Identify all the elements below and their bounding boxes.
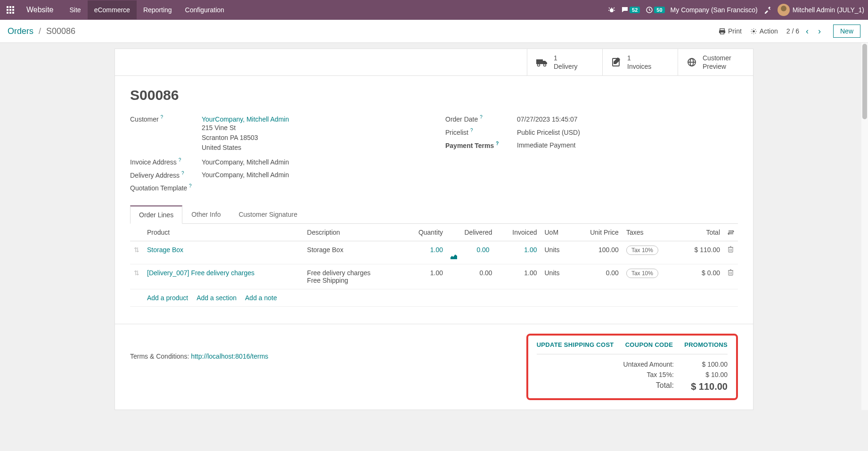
help-icon[interactable]: ? [189, 183, 192, 189]
svg-point-19 [753, 30, 755, 33]
svg-rect-16 [720, 28, 724, 30]
svg-point-22 [544, 64, 546, 66]
help-icon[interactable]: ? [480, 115, 483, 120]
column-header[interactable]: Quantity [402, 224, 447, 241]
help-icon[interactable]: ? [161, 115, 164, 120]
svg-rect-3 [7, 9, 8, 11]
clock-icon[interactable]: 50 [646, 6, 664, 14]
add-section-link[interactable]: Add a section [197, 294, 237, 302]
invoice-address-value[interactable]: YourCompany, Mitchell Admin [202, 158, 289, 166]
column-header[interactable]: Delivered [447, 224, 496, 241]
order-lines-table: ProductDescriptionQuantityDeliveredInvoi… [130, 224, 738, 307]
unit-price-cell[interactable]: 100.00 [572, 241, 622, 264]
product-link[interactable]: Storage Box [147, 246, 183, 254]
bug-icon[interactable] [608, 6, 615, 14]
customer-address: 215 Vine StScranton PA 18503United State… [202, 123, 289, 153]
avatar-icon [778, 4, 790, 16]
tabs: Order LinesOther InfoCustomer Signature [130, 205, 738, 224]
table-row[interactable]: ⇅Storage BoxStorage Box1.000.00 1.00Unit… [130, 241, 738, 264]
delivered-cell[interactable]: 0.00 [447, 241, 496, 264]
chart-icon[interactable] [450, 254, 492, 259]
svg-rect-18 [721, 32, 724, 34]
stat-button-invoices[interactable]: 1Invoices [602, 49, 678, 75]
column-header[interactable]: Product [143, 224, 303, 241]
chat-icon[interactable]: 52 [621, 6, 640, 14]
add-note-link[interactable]: Add a note [245, 294, 277, 302]
help-icon[interactable]: ? [179, 157, 181, 163]
taxes-cell[interactable]: Tax 10% [622, 241, 678, 264]
delivery-address-value[interactable]: YourCompany, Mitchell Admin [202, 171, 289, 179]
totals-action-update-shipping-cost[interactable]: UPDATE SHIPPING COST [537, 341, 614, 348]
payment-terms-value[interactable]: Immediate Payment [517, 141, 576, 149]
totals-action-coupon-code[interactable]: COUPON CODE [625, 341, 673, 348]
quantity-cell[interactable]: 1.00 [402, 264, 447, 289]
new-button[interactable]: New [833, 25, 860, 38]
trash-icon[interactable] [728, 269, 734, 276]
breadcrumb-bar: Orders / S00086 Print Action 2 / 6 ‹ › N… [0, 20, 868, 43]
column-header[interactable]: UoM [540, 224, 572, 241]
total-value: $ 110.00 [685, 381, 728, 392]
order-title: S00086 [130, 87, 738, 103]
company-selector[interactable]: My Company (San Francisco) [671, 6, 758, 14]
column-header[interactable]: Total [678, 224, 724, 241]
svg-rect-5 [12, 9, 14, 11]
description-cell[interactable]: Free delivery chargesFree Shipping [303, 264, 402, 289]
apps-icon[interactable] [4, 3, 17, 16]
description-cell[interactable]: Storage Box [303, 241, 402, 264]
delivered-cell[interactable]: 0.00 [447, 264, 496, 289]
table-row[interactable]: ⇅[Delivery_007] Free delivery chargesFre… [130, 264, 738, 289]
order-date-value[interactable]: 07/27/2023 15:45:07 [517, 115, 577, 123]
delivery-address-label: Delivery Address ? [130, 171, 202, 179]
totals-action-promotions[interactable]: PROMOTIONS [684, 341, 728, 348]
invoiced-cell[interactable]: 1.00 [496, 264, 541, 289]
unit-price-cell[interactable]: 0.00 [572, 264, 622, 289]
app-title[interactable]: Website [19, 6, 61, 14]
svg-rect-7 [9, 12, 11, 14]
tab-customer-signature[interactable]: Customer Signature [229, 205, 306, 224]
uom-cell[interactable]: Units [540, 241, 572, 264]
user-menu[interactable]: Mitchell Admin (JULY_1) [778, 4, 864, 16]
breadcrumb-parent[interactable]: Orders [8, 26, 33, 36]
column-header[interactable]: Description [303, 224, 402, 241]
action-button[interactable]: Action [750, 27, 778, 35]
nav-item-reporting[interactable]: Reporting [137, 0, 179, 19]
pager-prev-icon[interactable]: ‹ [802, 26, 812, 36]
column-header[interactable]: Unit Price [572, 224, 622, 241]
form-sheet: 1Delivery1InvoicesCustomerPreview S00086… [115, 49, 753, 410]
print-button[interactable]: Print [719, 27, 742, 35]
help-icon[interactable]: ? [496, 141, 499, 146]
truck-icon [536, 57, 548, 67]
pager-next-icon[interactable]: › [814, 26, 825, 36]
column-header[interactable]: Invoiced [496, 224, 541, 241]
svg-rect-4 [9, 9, 11, 11]
nav-menu: SiteeCommerceReportingConfiguration [63, 0, 231, 19]
chat-badge: 52 [630, 7, 640, 13]
svg-rect-20 [536, 59, 543, 64]
terms-link[interactable]: http://localhost:8016/terms [191, 353, 268, 360]
column-options-icon[interactable] [728, 229, 734, 236]
tab-order-lines[interactable]: Order Lines [130, 205, 182, 224]
help-icon[interactable]: ? [470, 128, 473, 133]
nav-item-site[interactable]: Site [63, 0, 88, 19]
help-icon[interactable]: ? [181, 171, 184, 176]
nav-item-ecommerce[interactable]: eCommerce [88, 0, 137, 19]
svg-rect-8 [12, 12, 14, 14]
column-header[interactable]: Taxes [622, 224, 678, 241]
uom-cell[interactable]: Units [540, 264, 572, 289]
pricelist-value[interactable]: Public Pricelist (USD) [517, 129, 580, 136]
quantity-cell[interactable]: 1.00 [402, 241, 447, 264]
taxes-cell[interactable]: Tax 10% [622, 264, 678, 289]
scrollbar[interactable] [861, 43, 868, 410]
tools-icon[interactable] [763, 6, 772, 14]
add-product-link[interactable]: Add a product [147, 294, 188, 302]
drag-handle-icon[interactable]: ⇅ [130, 241, 143, 264]
invoiced-cell[interactable]: 1.00 [496, 241, 541, 264]
stat-button-delivery[interactable]: 1Delivery [527, 49, 602, 75]
stat-button-customer[interactable]: CustomerPreview [678, 49, 753, 75]
trash-icon[interactable] [728, 246, 734, 253]
drag-handle-icon[interactable]: ⇅ [130, 264, 143, 289]
product-link[interactable]: [Delivery_007] Free delivery charges [147, 269, 254, 277]
nav-item-configuration[interactable]: Configuration [179, 0, 231, 19]
customer-link[interactable]: YourCompany, Mitchell Admin [202, 115, 289, 123]
tab-other-info[interactable]: Other Info [182, 205, 229, 224]
